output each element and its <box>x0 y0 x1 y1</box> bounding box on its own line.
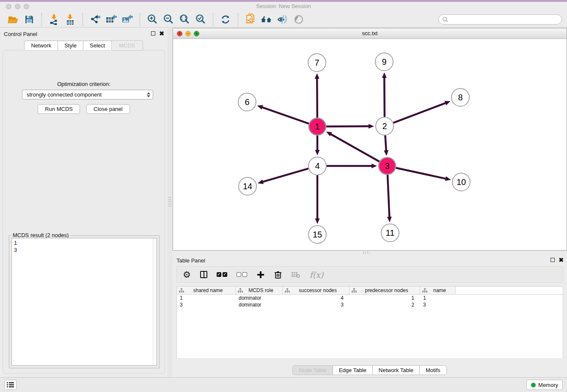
open-folder-icon[interactable] <box>7 13 19 26</box>
toolbar-separator <box>41 13 42 26</box>
graph-node-label: 7 <box>314 58 319 67</box>
table-row[interactable]: 3dominator323 <box>177 301 563 308</box>
table-cell[interactable]: 1 <box>420 295 456 301</box>
bird-eye-view-icon[interactable] <box>292 13 305 26</box>
table-cell[interactable]: 4 <box>283 295 350 301</box>
column-tree-icon <box>285 288 290 293</box>
column-header-shared-name[interactable]: shared name <box>177 287 236 294</box>
table-cell[interactable]: 2 <box>350 301 420 308</box>
memory-label: Memory <box>538 382 558 388</box>
tab-node-table[interactable]: Node Table <box>292 365 333 375</box>
graph-edge-arrowhead <box>315 73 319 79</box>
zoom-fit-icon[interactable] <box>178 13 191 26</box>
toolbar-separator <box>238 13 238 26</box>
tab-network-table[interactable]: Network Table <box>372 365 420 375</box>
zoom-in-icon[interactable] <box>146 13 159 26</box>
graph-node-label: 8 <box>458 93 462 102</box>
splitter-grip[interactable] <box>168 197 171 207</box>
import-network-icon[interactable] <box>48 13 61 26</box>
column-tree-icon <box>352 288 357 293</box>
save-session-icon[interactable] <box>23 13 36 26</box>
memory-button[interactable]: Memory <box>526 380 563 390</box>
show-graphics-details-icon[interactable] <box>276 13 289 26</box>
network-graph[interactable]: 1234678910111415 <box>173 39 567 250</box>
float-panel-icon[interactable] <box>151 31 155 36</box>
table-cell[interactable]: dominator <box>236 295 283 301</box>
graph-edge-2-9[interactable] <box>384 77 385 117</box>
graph-edge-arrowhead <box>258 179 264 184</box>
import-table-icon[interactable] <box>64 13 77 26</box>
zoom-selected-icon[interactable] <box>194 13 207 26</box>
table-cell[interactable]: 3 <box>177 301 236 308</box>
show-columns-icon[interactable] <box>200 269 207 280</box>
export-table-icon[interactable] <box>105 13 118 26</box>
graph-edge-arrowhead <box>315 218 320 224</box>
close-panel-icon[interactable]: ✖ <box>559 257 564 262</box>
graph-edge-3-10[interactable] <box>396 168 446 179</box>
delete-table-icon <box>291 269 300 280</box>
column-header-predecessor-nodes[interactable]: predecessor nodes <box>350 287 420 294</box>
select-all-columns-icon[interactable]: ✓✓ <box>217 269 227 280</box>
delete-column-icon[interactable] <box>274 269 282 280</box>
network-window-titlebar[interactable]: × − + scc.txt <box>173 28 567 39</box>
search-input[interactable] <box>438 14 562 25</box>
float-panel-icon[interactable] <box>550 258 555 262</box>
table-row[interactable]: 1dominator411 <box>177 295 563 301</box>
network-overview-icon[interactable] <box>260 13 273 26</box>
unselect-all-columns-icon[interactable] <box>237 269 247 280</box>
export-image-icon[interactable] <box>121 13 134 26</box>
graph-edge-arrowhead <box>382 72 387 78</box>
control-panel: Control Panel ✖ NetworkStyleSelectMCDS O… <box>0 28 168 377</box>
mcds-result-title: MCDS result (2 nodes) <box>11 232 70 238</box>
mcds-result-group: MCDS result (2 nodes) 1 3 <box>9 235 160 368</box>
optimization-criterion-value: strongly connected component <box>27 91 147 98</box>
graph-edge-3-11[interactable] <box>388 175 389 218</box>
create-column-icon[interactable] <box>256 269 265 280</box>
node-table[interactable]: shared nameMCDS rolesuccessor nodesprede… <box>176 286 563 358</box>
export-network-icon[interactable] <box>89 13 102 26</box>
graph-node-label: 4 <box>315 161 319 171</box>
toolbar-separator <box>213 13 213 26</box>
control-panel-title: Control Panel <box>4 31 37 37</box>
table-options-gear-icon[interactable]: ⚙ <box>183 269 191 280</box>
window-title: Session: New Session <box>0 3 567 9</box>
zoom-out-icon[interactable] <box>162 13 175 26</box>
mcds-result-text[interactable]: 1 3 <box>11 238 157 366</box>
vertical-splitter[interactable] <box>168 28 173 377</box>
tab-motifs[interactable]: Motifs <box>419 365 447 375</box>
tab-edge-table[interactable]: Edge Table <box>333 365 373 375</box>
table-cell[interactable]: 3 <box>420 301 456 308</box>
run-mcds-button[interactable]: Run MCDS <box>38 104 80 114</box>
column-header-name[interactable]: name <box>420 287 456 294</box>
graph-edge-arrowhead <box>387 217 392 222</box>
graph-edge-3-1[interactable] <box>330 134 379 162</box>
main-titlebar: Session: New Session <box>0 0 567 11</box>
horizontal-splitter[interactable] <box>173 251 567 254</box>
network-canvas[interactable]: 1234678910111415 <box>173 39 567 250</box>
table-cell[interactable]: 1 <box>350 295 420 301</box>
graph-node-label: 11 <box>386 228 395 237</box>
task-history-button[interactable] <box>4 380 17 390</box>
graph-edge-1-6[interactable] <box>261 107 309 124</box>
tab-mcds[interactable]: MCDS <box>111 40 143 51</box>
column-header-MCDS-role[interactable]: MCDS role <box>236 287 283 294</box>
graph-edge-1-2[interactable] <box>326 126 369 127</box>
table-cell[interactable]: 3 <box>283 301 350 308</box>
network-file-icon[interactable] <box>244 13 257 26</box>
table-cell[interactable]: 1 <box>177 295 236 301</box>
status-bar: Memory <box>0 377 567 392</box>
close-panel-button[interactable]: Close panel <box>86 104 130 114</box>
optimization-criterion-select[interactable]: strongly connected component <box>22 90 153 99</box>
graph-edge-2-3[interactable] <box>385 135 386 151</box>
graph-edge-1-7[interactable] <box>317 78 317 118</box>
result-scrollbar[interactable] <box>153 238 157 365</box>
splitter-grip[interactable] <box>363 251 370 254</box>
network-view-window: × − + scc.txt 1234678910111415 <box>173 28 567 251</box>
apply-layout-icon[interactable] <box>219 13 232 26</box>
table-cell[interactable]: dominator <box>236 301 283 308</box>
graph-edge-4-14[interactable] <box>262 168 308 182</box>
close-panel-icon[interactable]: ✖ <box>159 31 164 36</box>
graph-node-label: 15 <box>313 230 322 239</box>
column-header-successor-nodes[interactable]: successor nodes <box>283 287 350 294</box>
graph-edge-2-8[interactable] <box>394 103 446 123</box>
